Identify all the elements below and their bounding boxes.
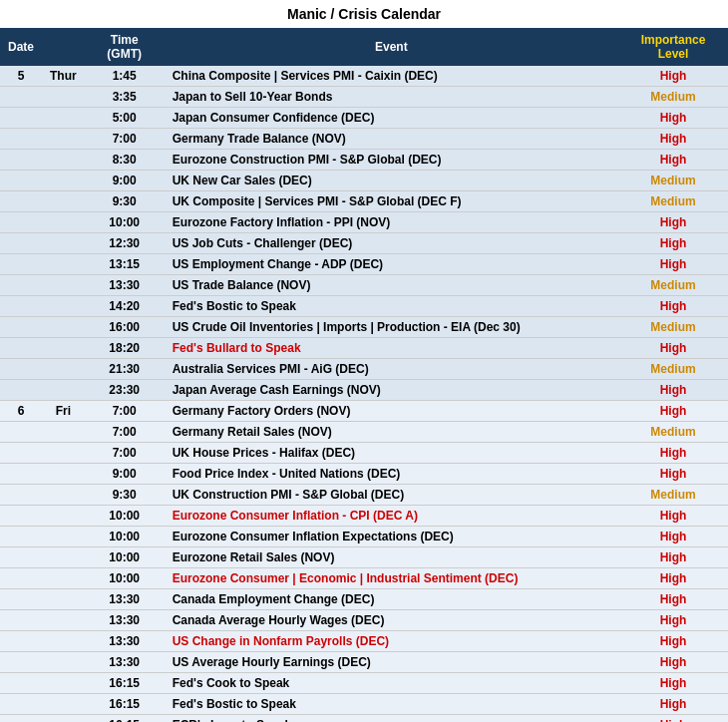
importance-cell: High — [618, 380, 728, 401]
time-cell: 9:00 — [85, 464, 165, 485]
time-cell: 1:45 — [85, 66, 165, 87]
header-day — [42, 28, 85, 66]
event-cell: Japan Average Cash Earnings (NOV) — [165, 380, 618, 401]
time-cell: 13:30 — [85, 631, 165, 652]
importance-cell: High — [618, 338, 728, 359]
event-cell: China Composite | Services PMI - Caixin … — [165, 66, 618, 87]
date-cell — [0, 506, 42, 527]
event-cell: Germany Trade Balance (NOV) — [165, 129, 618, 150]
date-cell: 6 — [0, 401, 42, 422]
table-row: 12:30US Job Cuts - Challenger (DEC)High — [0, 233, 728, 254]
date-cell — [0, 568, 42, 589]
table-row: 21:30Australia Services PMI - AiG (DEC)M… — [0, 359, 728, 380]
day-cell — [42, 380, 85, 401]
date-cell — [0, 527, 42, 547]
event-cell: UK House Prices - Halifax (DEC) — [165, 443, 618, 464]
importance-cell: Medium — [618, 317, 728, 338]
event-cell: Canada Employment Change (DEC) — [165, 589, 618, 610]
event-cell: Japan to Sell 10-Year Bonds — [165, 87, 618, 108]
event-cell: Canada Average Hourly Wages (DEC) — [165, 610, 618, 631]
day-cell: Thur — [42, 66, 85, 87]
importance-cell: High — [618, 129, 728, 150]
event-cell: UK New Car Sales (DEC) — [165, 171, 618, 191]
time-cell: 13:30 — [85, 652, 165, 673]
time-cell: 9:30 — [85, 485, 165, 506]
importance-cell: Medium — [618, 171, 728, 191]
date-cell — [0, 254, 42, 275]
importance-cell: High — [618, 715, 728, 723]
table-row: 10:00Eurozone Consumer Inflation Expecta… — [0, 527, 728, 547]
importance-cell: High — [618, 401, 728, 422]
table-row: 10:00Eurozone Consumer Inflation - CPI (… — [0, 506, 728, 527]
table-row: 9:30UK Construction PMI - S&P Global (DE… — [0, 485, 728, 506]
table-row: 10:00Eurozone Retail Sales (NOV)High — [0, 547, 728, 568]
event-cell: US Crude Oil Inventories | Imports | Pro… — [165, 317, 618, 338]
table-row: 16:15Fed's Cook to SpeakHigh — [0, 673, 728, 694]
date-cell — [0, 129, 42, 150]
table-row: 16:00US Crude Oil Inventories | Imports … — [0, 317, 728, 338]
table-row: 10:00Eurozone Consumer | Economic | Indu… — [0, 568, 728, 589]
importance-cell: High — [618, 150, 728, 171]
event-cell: Australia Services PMI - AiG (DEC) — [165, 359, 618, 380]
day-cell — [42, 275, 85, 296]
day-cell — [42, 191, 85, 212]
date-cell — [0, 694, 42, 715]
date-cell — [0, 87, 42, 108]
table-row: 5Thur1:45China Composite | Services PMI … — [0, 66, 728, 87]
time-cell: 23:30 — [85, 380, 165, 401]
day-cell — [42, 610, 85, 631]
time-cell: 16:00 — [85, 317, 165, 338]
date-cell — [0, 171, 42, 191]
table-row: 7:00UK House Prices - Halifax (DEC)High — [0, 443, 728, 464]
event-cell: UK Composite | Services PMI - S&P Global… — [165, 191, 618, 212]
day-cell — [42, 631, 85, 652]
table-row: 16:15Fed's Bostic to SpeakHigh — [0, 694, 728, 715]
day-cell — [42, 547, 85, 568]
event-cell: Fed's Bostic to Speak — [165, 296, 618, 317]
importance-cell: High — [618, 547, 728, 568]
time-cell: 8:30 — [85, 150, 165, 171]
date-cell — [0, 464, 42, 485]
event-cell: Eurozone Construction PMI - S&P Global (… — [165, 150, 618, 171]
time-cell: 13:30 — [85, 610, 165, 631]
importance-cell: Medium — [618, 485, 728, 506]
time-cell: 10:00 — [85, 212, 165, 233]
time-cell: 9:00 — [85, 171, 165, 191]
time-cell: 9:30 — [85, 191, 165, 212]
event-cell: Japan Consumer Confidence (DEC) — [165, 108, 618, 129]
day-cell — [42, 359, 85, 380]
importance-cell: High — [618, 108, 728, 129]
date-cell — [0, 673, 42, 694]
importance-cell: High — [618, 694, 728, 715]
header-event: Event — [165, 28, 618, 66]
importance-cell: Medium — [618, 359, 728, 380]
importance-cell: High — [618, 296, 728, 317]
time-cell: 13:15 — [85, 254, 165, 275]
importance-cell: High — [618, 527, 728, 547]
date-cell — [0, 589, 42, 610]
day-cell — [42, 296, 85, 317]
date-cell — [0, 233, 42, 254]
importance-cell: High — [618, 66, 728, 87]
time-cell: 10:00 — [85, 527, 165, 547]
table-row: 23:30Japan Average Cash Earnings (NOV)Hi… — [0, 380, 728, 401]
table-row: 10:00Eurozone Factory Inflation - PPI (N… — [0, 212, 728, 233]
day-cell — [42, 589, 85, 610]
day-cell — [42, 527, 85, 547]
header-time: Time (GMT) — [85, 28, 165, 66]
event-cell: US Average Hourly Earnings (DEC) — [165, 652, 618, 673]
day-cell — [42, 673, 85, 694]
time-cell: 21:30 — [85, 359, 165, 380]
table-row: 13:30Canada Employment Change (DEC)High — [0, 589, 728, 610]
day-cell — [42, 652, 85, 673]
table-row: 8:30Eurozone Construction PMI - S&P Glob… — [0, 150, 728, 171]
time-cell: 7:00 — [85, 422, 165, 443]
day-cell — [42, 694, 85, 715]
time-cell: 5:00 — [85, 108, 165, 129]
date-cell — [0, 652, 42, 673]
date-cell — [0, 338, 42, 359]
day-cell — [42, 506, 85, 527]
date-cell — [0, 212, 42, 233]
day-cell — [42, 422, 85, 443]
day-cell: Fri — [42, 401, 85, 422]
